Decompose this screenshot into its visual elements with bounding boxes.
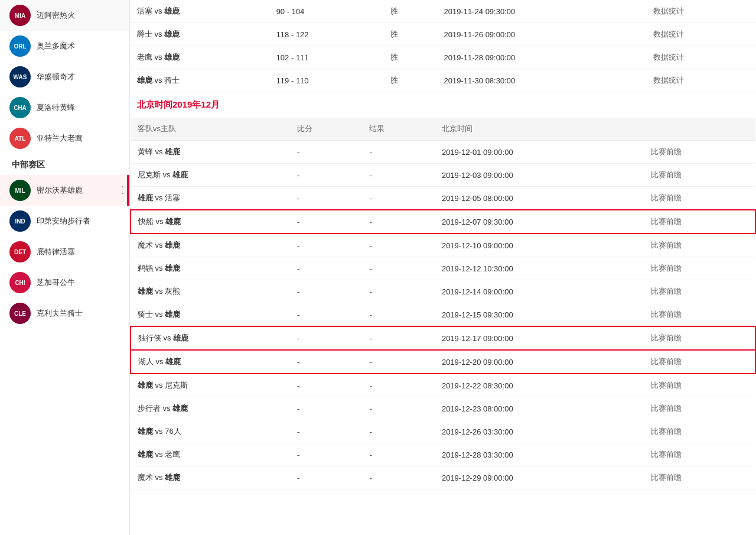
sidebar-item-mil[interactable]: MIL 密尔沃基雄鹿 ⁚ (0, 175, 129, 206)
table-row: 雄鹿 vs 灰熊 - - 2019-12-14 09:00:00 比赛前瞻 (131, 280, 755, 303)
cell-result: 胜 (383, 69, 437, 92)
table-row: 湖人 vs 雄鹿 - - 2019-12-20 09:00:00 比赛前瞻 (131, 350, 755, 374)
cell-time: 2019-11-30 08:30:00 (437, 69, 646, 92)
sidebar-item-det[interactable]: DET 底特律活塞 (0, 236, 129, 267)
cell-time: 2019-12-01 09:00:00 (435, 141, 644, 164)
table-row: 尼克斯 vs 雄鹿 - - 2019-12-03 09:00:00 比赛前瞻 (131, 164, 755, 187)
sidebar-item-mia[interactable]: MIA 迈阿密热火 (0, 0, 129, 31)
cell-status[interactable]: 数据统计 (646, 69, 756, 92)
col-score: 比分 (290, 118, 362, 141)
table-row: 独行侠 vs 雄鹿 - - 2019-12-17 09:00:00 比赛前瞻 (131, 326, 755, 350)
cell-matchup: 独行侠 vs 雄鹿 (131, 326, 290, 350)
cell-time: 2019-12-20 09:00:00 (435, 350, 644, 374)
cell-status[interactable]: 比赛前瞻 (644, 397, 755, 420)
cell-score: - (290, 164, 362, 187)
cell-time: 2019-12-12 10:30:00 (435, 257, 644, 280)
team-badge-orl: ORL (9, 35, 31, 57)
active-indicator (127, 175, 129, 206)
sidebar-item-orl[interactable]: ORL 奥兰多魔术 (0, 31, 129, 61)
sidebar-item-cle[interactable]: CLE 克利夫兰骑士 (0, 298, 129, 329)
cell-time: 2019-12-28 03:30:00 (435, 443, 644, 466)
cell-status[interactable]: 比赛前瞻 (644, 443, 755, 466)
cell-matchup: 活塞 vs 雄鹿 (130, 0, 269, 23)
cell-status[interactable]: 比赛前瞻 (644, 466, 755, 489)
cell-result: - (362, 420, 434, 443)
sidebar-item-ind[interactable]: IND 印第安纳步行者 (0, 206, 129, 236)
sidebar-item-was[interactable]: WAS 华盛顿奇才 (0, 61, 129, 92)
cell-matchup: 鹈鹕 vs 雄鹿 (131, 257, 290, 280)
team-name-cle: 克利夫兰骑士 (37, 308, 83, 319)
col-action (644, 118, 755, 141)
team-name-mia: 迈阿密热火 (37, 10, 75, 21)
cell-matchup: 老鹰 vs 雄鹿 (130, 46, 269, 69)
team-badge-was: WAS (9, 66, 31, 87)
cell-status[interactable]: 数据统计 (646, 46, 756, 69)
cell-matchup: 雄鹿 vs 灰熊 (131, 280, 290, 303)
table-row: 黄蜂 vs 雄鹿 - - 2019-12-01 09:00:00 比赛前瞻 (131, 141, 755, 164)
cell-time: 2019-12-07 09:30:00 (435, 210, 644, 234)
cell-matchup: 雄鹿 vs 76人 (131, 420, 290, 443)
sidebar-item-atl[interactable]: ATL 亚特兰大老鹰 (0, 123, 129, 154)
cell-result: - (362, 326, 434, 350)
table-row: 雄鹿 vs 76人 - - 2019-12-26 03:30:00 比赛前瞻 (131, 420, 755, 443)
cell-status[interactable]: 比赛前瞻 (644, 257, 755, 280)
cell-score: - (290, 443, 362, 466)
cell-status[interactable]: 比赛前瞻 (644, 210, 755, 234)
cell-matchup: 湖人 vs 雄鹿 (131, 350, 290, 374)
cell-status[interactable]: 比赛前瞻 (644, 374, 755, 397)
cell-status[interactable]: 比赛前瞻 (644, 350, 755, 374)
cell-status[interactable]: 数据统计 (646, 23, 756, 46)
cell-status[interactable]: 比赛前瞻 (644, 420, 755, 443)
cell-status[interactable]: 比赛前瞻 (644, 234, 755, 257)
cell-matchup: 雄鹿 vs 骑士 (130, 69, 269, 92)
cell-time: 2019-12-26 03:30:00 (435, 420, 644, 443)
cell-time: 2019-12-15 09:30:00 (435, 303, 644, 327)
sidebar-item-cha[interactable]: CHA 夏洛特黄蜂 (0, 92, 129, 123)
page-layout: MIA 迈阿密热火 ORL 奥兰多魔术 WAS 华盛顿奇才 CHA 夏洛特黄蜂 … (0, 0, 756, 535)
table-row: 雄鹿 vs 骑士 119 - 110 胜 2019-11-30 08:30:00… (130, 69, 756, 92)
cell-time: 2019-12-05 08:00:00 (435, 187, 644, 210)
team-badge-mia: MIA (9, 5, 31, 26)
team-name-chi: 芝加哥公牛 (37, 277, 75, 288)
cell-matchup: 快船 vs 雄鹿 (131, 210, 290, 234)
team-name-ind: 印第安纳步行者 (37, 216, 90, 226)
team-badge-chi: CHI (9, 272, 31, 293)
schedule-table: 活塞 vs 雄鹿 90 - 104 胜 2019-11-24 09:30:00 … (130, 0, 756, 92)
cell-score: - (290, 234, 362, 257)
team-badge-atl: ATL (9, 128, 31, 149)
cell-result: 胜 (383, 23, 437, 46)
cell-status[interactable]: 比赛前瞻 (644, 303, 755, 327)
month-header: 北京时间2019年12月 (130, 92, 756, 118)
table-row: 魔术 vs 雄鹿 - - 2019-12-10 09:00:00 比赛前瞻 (131, 234, 755, 257)
table-row: 骑士 vs 雄鹿 - - 2019-12-15 09:30:00 比赛前瞻 (131, 303, 755, 327)
table-row: 雄鹿 vs 活塞 - - 2019-12-05 08:00:00 比赛前瞻 (131, 187, 755, 210)
cell-status[interactable]: 比赛前瞻 (644, 326, 755, 350)
cell-time: 2019-12-29 09:00:00 (435, 466, 644, 489)
sidebar-central-teams: MIL 密尔沃基雄鹿 ⁚ IND 印第安纳步行者 DET 底特律活塞 CHI 芝… (0, 175, 129, 329)
cell-status[interactable]: 比赛前瞻 (644, 141, 755, 164)
cell-matchup: 雄鹿 vs 活塞 (131, 187, 290, 210)
cell-result: - (362, 141, 434, 164)
table-row: 雄鹿 vs 尼克斯 - - 2019-12-22 08:30:00 比赛前瞻 (131, 374, 755, 397)
cell-score: - (290, 257, 362, 280)
cell-status[interactable]: 比赛前瞻 (644, 280, 755, 303)
team-badge-cle: CLE (9, 303, 31, 324)
cell-result: - (362, 164, 434, 187)
cell-status[interactable]: 比赛前瞻 (644, 187, 755, 210)
cell-status[interactable]: 比赛前瞻 (644, 164, 755, 187)
col-time: 北京时间 (435, 118, 644, 141)
cell-time: 2019-11-28 09:00:00 (437, 46, 646, 69)
sidebar: MIA 迈阿密热火 ORL 奥兰多魔术 WAS 华盛顿奇才 CHA 夏洛特黄蜂 … (0, 0, 130, 535)
cell-score: 119 - 110 (269, 69, 383, 92)
main-content: 活塞 vs 雄鹿 90 - 104 胜 2019-11-24 09:30:00 … (130, 0, 756, 535)
cell-result: - (362, 210, 434, 234)
cell-time: 2019-12-10 09:00:00 (435, 234, 644, 257)
cell-status[interactable]: 数据统计 (646, 0, 756, 23)
month-title: 北京时间2019年12月 (137, 99, 220, 109)
future-schedule-table: 客队vs主队 比分 结果 北京时间 黄蜂 vs 雄鹿 - - 2019-12-0… (130, 118, 756, 489)
cell-result: - (362, 350, 434, 374)
cell-time: 2019-12-17 09:00:00 (435, 326, 644, 350)
sidebar-item-chi[interactable]: CHI 芝加哥公牛 (0, 267, 129, 298)
cell-result: - (362, 303, 434, 327)
cell-time: 2019-12-14 09:00:00 (435, 280, 644, 303)
